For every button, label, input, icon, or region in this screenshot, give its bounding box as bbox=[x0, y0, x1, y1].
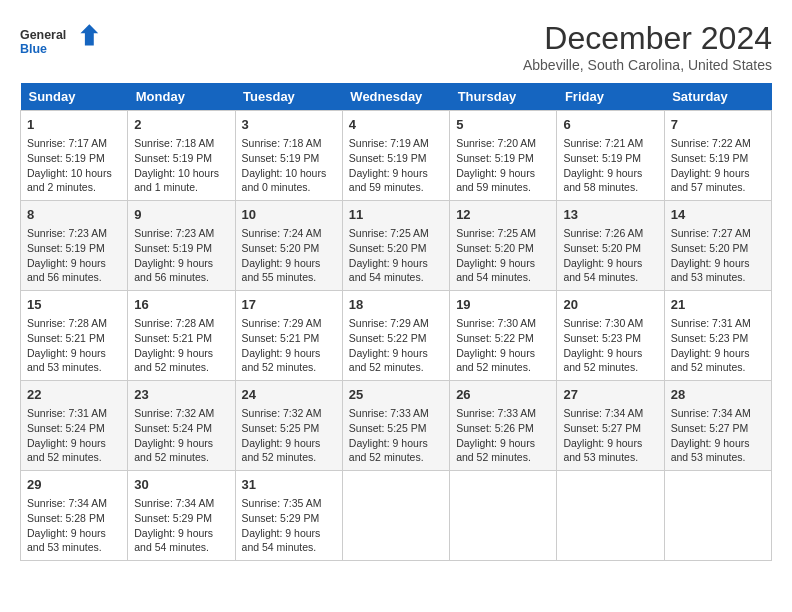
day-number: 14 bbox=[671, 206, 765, 224]
day-info-line: Daylight: 9 hours bbox=[27, 256, 121, 271]
day-info-line: Sunrise: 7:34 AM bbox=[27, 496, 121, 511]
weekday-header-wednesday: Wednesday bbox=[342, 83, 449, 111]
day-info-line: Sunrise: 7:33 AM bbox=[349, 406, 443, 421]
day-info-line: and 0 minutes. bbox=[242, 180, 336, 195]
day-info-line: Sunset: 5:29 PM bbox=[242, 511, 336, 526]
day-info-line: Sunset: 5:25 PM bbox=[349, 421, 443, 436]
day-info-line: Sunset: 5:20 PM bbox=[456, 241, 550, 256]
day-info-line: Sunset: 5:24 PM bbox=[134, 421, 228, 436]
weekday-header-saturday: Saturday bbox=[664, 83, 771, 111]
calendar-day-cell: 17Sunrise: 7:29 AMSunset: 5:21 PMDayligh… bbox=[235, 291, 342, 381]
svg-text:General: General bbox=[20, 28, 66, 42]
calendar-day-cell: 23Sunrise: 7:32 AMSunset: 5:24 PMDayligh… bbox=[128, 381, 235, 471]
calendar-day-cell: 7Sunrise: 7:22 AMSunset: 5:19 PMDaylight… bbox=[664, 111, 771, 201]
calendar-day-cell: 5Sunrise: 7:20 AMSunset: 5:19 PMDaylight… bbox=[450, 111, 557, 201]
day-info-line: and 53 minutes. bbox=[671, 450, 765, 465]
day-info-line: and 59 minutes. bbox=[349, 180, 443, 195]
day-number: 8 bbox=[27, 206, 121, 224]
day-info-line: Daylight: 9 hours bbox=[456, 256, 550, 271]
day-info-line: Daylight: 9 hours bbox=[563, 436, 657, 451]
day-number: 12 bbox=[456, 206, 550, 224]
day-info-line: Daylight: 9 hours bbox=[242, 256, 336, 271]
weekday-header-friday: Friday bbox=[557, 83, 664, 111]
day-number: 5 bbox=[456, 116, 550, 134]
day-info-line: and 54 minutes. bbox=[242, 540, 336, 555]
day-info-line: and 53 minutes. bbox=[671, 270, 765, 285]
day-info-line: Daylight: 9 hours bbox=[563, 166, 657, 181]
calendar-day-cell: 22Sunrise: 7:31 AMSunset: 5:24 PMDayligh… bbox=[21, 381, 128, 471]
calendar-day-cell: 30Sunrise: 7:34 AMSunset: 5:29 PMDayligh… bbox=[128, 471, 235, 561]
weekday-header-thursday: Thursday bbox=[450, 83, 557, 111]
day-info-line: Sunset: 5:19 PM bbox=[134, 151, 228, 166]
calendar-day-cell: 26Sunrise: 7:33 AMSunset: 5:26 PMDayligh… bbox=[450, 381, 557, 471]
calendar-day-cell: 11Sunrise: 7:25 AMSunset: 5:20 PMDayligh… bbox=[342, 201, 449, 291]
day-number: 10 bbox=[242, 206, 336, 224]
calendar-week-row: 1Sunrise: 7:17 AMSunset: 5:19 PMDaylight… bbox=[21, 111, 772, 201]
calendar-day-cell: 29Sunrise: 7:34 AMSunset: 5:28 PMDayligh… bbox=[21, 471, 128, 561]
day-info-line: Sunrise: 7:23 AM bbox=[134, 226, 228, 241]
day-info-line: Sunrise: 7:19 AM bbox=[349, 136, 443, 151]
calendar-day-cell: 10Sunrise: 7:24 AMSunset: 5:20 PMDayligh… bbox=[235, 201, 342, 291]
title-area: December 2024 Abbeville, South Carolina,… bbox=[523, 20, 772, 73]
calendar-table: SundayMondayTuesdayWednesdayThursdayFrid… bbox=[20, 83, 772, 561]
empty-cell bbox=[342, 471, 449, 561]
day-info-line: Daylight: 10 hours bbox=[27, 166, 121, 181]
calendar-day-cell: 28Sunrise: 7:34 AMSunset: 5:27 PMDayligh… bbox=[664, 381, 771, 471]
day-info-line: Sunset: 5:22 PM bbox=[349, 331, 443, 346]
page-header: General Blue December 2024 Abbeville, So… bbox=[20, 20, 772, 73]
logo-svg: General Blue bbox=[20, 20, 100, 65]
day-info-line: and 52 minutes. bbox=[242, 360, 336, 375]
day-number: 1 bbox=[27, 116, 121, 134]
day-info-line: Sunrise: 7:18 AM bbox=[242, 136, 336, 151]
svg-text:Blue: Blue bbox=[20, 42, 47, 56]
calendar-day-cell: 18Sunrise: 7:29 AMSunset: 5:22 PMDayligh… bbox=[342, 291, 449, 381]
day-info-line: Daylight: 9 hours bbox=[349, 166, 443, 181]
day-info-line: Sunset: 5:27 PM bbox=[563, 421, 657, 436]
day-number: 9 bbox=[134, 206, 228, 224]
svg-marker-2 bbox=[80, 24, 98, 45]
day-info-line: Daylight: 9 hours bbox=[134, 526, 228, 541]
day-info-line: Daylight: 9 hours bbox=[27, 436, 121, 451]
day-info-line: and 54 minutes. bbox=[349, 270, 443, 285]
day-number: 3 bbox=[242, 116, 336, 134]
day-info-line: Sunrise: 7:17 AM bbox=[27, 136, 121, 151]
day-info-line: and 52 minutes. bbox=[242, 450, 336, 465]
calendar-day-cell: 31Sunrise: 7:35 AMSunset: 5:29 PMDayligh… bbox=[235, 471, 342, 561]
day-info-line: Sunrise: 7:32 AM bbox=[242, 406, 336, 421]
calendar-day-cell: 8Sunrise: 7:23 AMSunset: 5:19 PMDaylight… bbox=[21, 201, 128, 291]
day-info-line: and 52 minutes. bbox=[563, 360, 657, 375]
day-number: 19 bbox=[456, 296, 550, 314]
day-info-line: Daylight: 10 hours bbox=[242, 166, 336, 181]
empty-cell bbox=[557, 471, 664, 561]
day-info-line: Sunrise: 7:21 AM bbox=[563, 136, 657, 151]
day-info-line: Sunset: 5:26 PM bbox=[456, 421, 550, 436]
day-info-line: Sunrise: 7:29 AM bbox=[242, 316, 336, 331]
day-info-line: Daylight: 9 hours bbox=[671, 166, 765, 181]
day-info-line: Daylight: 9 hours bbox=[349, 436, 443, 451]
day-info-line: Sunrise: 7:28 AM bbox=[27, 316, 121, 331]
day-info-line: Sunset: 5:27 PM bbox=[671, 421, 765, 436]
calendar-week-row: 8Sunrise: 7:23 AMSunset: 5:19 PMDaylight… bbox=[21, 201, 772, 291]
day-info-line: Sunset: 5:19 PM bbox=[27, 151, 121, 166]
day-info-line: Daylight: 9 hours bbox=[242, 346, 336, 361]
day-info-line: Sunrise: 7:18 AM bbox=[134, 136, 228, 151]
day-number: 16 bbox=[134, 296, 228, 314]
day-info-line: Daylight: 9 hours bbox=[456, 436, 550, 451]
day-number: 28 bbox=[671, 386, 765, 404]
day-info-line: and 52 minutes. bbox=[134, 360, 228, 375]
day-info-line: Daylight: 9 hours bbox=[671, 346, 765, 361]
day-info-line: Sunset: 5:28 PM bbox=[27, 511, 121, 526]
day-info-line: Sunset: 5:23 PM bbox=[563, 331, 657, 346]
day-number: 18 bbox=[349, 296, 443, 314]
calendar-day-cell: 19Sunrise: 7:30 AMSunset: 5:22 PMDayligh… bbox=[450, 291, 557, 381]
day-number: 20 bbox=[563, 296, 657, 314]
day-info-line: and 55 minutes. bbox=[242, 270, 336, 285]
weekday-header-row: SundayMondayTuesdayWednesdayThursdayFrid… bbox=[21, 83, 772, 111]
day-info-line: and 56 minutes. bbox=[27, 270, 121, 285]
day-info-line: Daylight: 9 hours bbox=[349, 256, 443, 271]
day-info-line: Sunset: 5:29 PM bbox=[134, 511, 228, 526]
day-info-line: Sunrise: 7:30 AM bbox=[563, 316, 657, 331]
calendar-day-cell: 15Sunrise: 7:28 AMSunset: 5:21 PMDayligh… bbox=[21, 291, 128, 381]
day-number: 11 bbox=[349, 206, 443, 224]
day-number: 30 bbox=[134, 476, 228, 494]
